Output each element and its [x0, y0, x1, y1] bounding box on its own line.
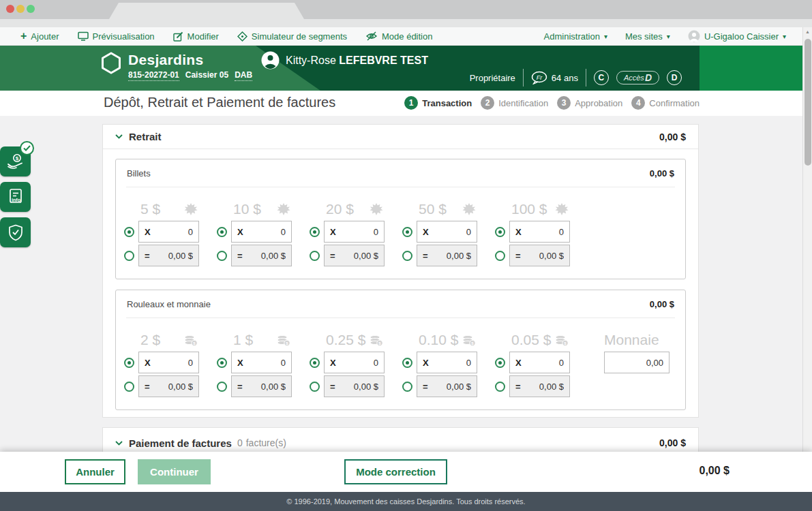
transit-number[interactable]: 815-20272-01 — [128, 70, 179, 81]
qty-input[interactable] — [524, 358, 564, 368]
qty-input[interactable] — [246, 358, 286, 368]
qty-inputbox: X — [324, 352, 385, 373]
denomination-label: 2 $ — [140, 333, 160, 347]
segment-simulator-button[interactable]: Simulateur de segments — [237, 31, 347, 42]
step-number: 4 — [631, 96, 645, 110]
sidebar-security-button[interactable] — [0, 217, 31, 247]
qty-radio[interactable] — [124, 358, 134, 368]
qty-radio[interactable] — [310, 227, 320, 237]
scroll-up-arrow[interactable]: ▲ — [803, 29, 812, 34]
rouleaux-box: Rouleaux et monnaie 0,00 $ 2 $ $ X = — [115, 290, 686, 410]
denom-column-5c: 0.05 $ $ X = — [495, 322, 570, 397]
step-number: 1 — [404, 96, 418, 110]
amt-input[interactable] — [524, 382, 564, 392]
amt-prefix: = — [515, 382, 521, 392]
qty-input[interactable] — [524, 227, 564, 237]
amt-radio[interactable] — [495, 382, 505, 392]
continue-button[interactable]: Continuer — [138, 459, 211, 484]
amt-radio[interactable] — [495, 251, 505, 261]
qty-input[interactable] — [153, 227, 193, 237]
amt-input[interactable] — [431, 251, 471, 261]
amt-radio[interactable] — [310, 251, 320, 261]
client-name: Kitty-Rose LEFEBVRE TEST — [286, 55, 428, 67]
sidebar-info-button[interactable]: info — [0, 182, 31, 212]
maple-leaf-icon — [277, 202, 290, 216]
scrollbar-thumb[interactable] — [805, 39, 811, 166]
qty-radio[interactable] — [495, 227, 505, 237]
amt-input[interactable] — [338, 382, 378, 392]
user-menu[interactable]: U-Gigaloo Caissier ▾ — [688, 30, 786, 42]
edit-mode-button[interactable]: Mode édition — [365, 31, 432, 42]
retrait-header[interactable]: Retrait 0,00 $ — [103, 125, 698, 149]
amt-input[interactable] — [245, 251, 286, 261]
accesd-badge: Accès D — [616, 71, 659, 84]
qty-radio[interactable] — [402, 358, 412, 368]
preview-button[interactable]: Prévisualisation — [78, 31, 155, 42]
qty-radio[interactable] — [217, 358, 227, 368]
administration-menu[interactable]: Administration ▾ — [544, 31, 607, 42]
correction-mode-button[interactable]: Mode correction — [344, 459, 447, 484]
amt-input[interactable] — [431, 382, 471, 392]
close-window-button[interactable] — [6, 5, 14, 13]
amt-prefix: = — [423, 382, 428, 392]
amt-input[interactable] — [338, 251, 378, 261]
add-button[interactable]: + Ajouter — [20, 31, 59, 42]
amt-radio[interactable] — [402, 251, 412, 261]
amt-radio[interactable] — [124, 382, 134, 392]
modify-label: Modifier — [187, 31, 219, 42]
step-label: Confirmation — [649, 98, 700, 108]
modify-button[interactable]: Modifier — [173, 31, 219, 42]
dab-link[interactable]: DAB — [235, 70, 252, 81]
amt-input[interactable] — [245, 382, 286, 392]
paiement-count-suffix: facture(s) — [246, 437, 286, 448]
desjardins-brand: Desjardins 815-20272-01 Caissier 05 DAB — [101, 52, 252, 81]
qty-radio[interactable] — [217, 227, 227, 237]
amt-radio[interactable] — [402, 382, 412, 392]
edit-mode-label: Mode édition — [382, 31, 432, 42]
amt-inputbox: = — [231, 245, 292, 266]
amt-inputbox: = — [138, 375, 199, 397]
denomination-label: 0.10 $ — [419, 333, 458, 347]
scrollbar: ▲ — [802, 27, 812, 452]
coins-icon: $ — [462, 335, 476, 347]
amt-radio[interactable] — [217, 251, 227, 261]
qty-radio[interactable] — [124, 227, 134, 237]
paiement-header[interactable]: Paiement de factures 0 facture(s) 0,00 $ — [103, 428, 698, 452]
amt-input[interactable] — [524, 251, 564, 261]
segment-simulator-label: Simulateur de segments — [252, 31, 347, 42]
chevron-down-icon — [115, 441, 123, 446]
administration-label: Administration — [544, 31, 600, 42]
qty-input[interactable] — [432, 358, 471, 368]
amt-radio[interactable] — [310, 382, 320, 392]
zoom-window-button[interactable] — [27, 5, 35, 13]
monnaie-input[interactable] — [610, 358, 663, 368]
cancel-button[interactable]: Annuler — [65, 459, 125, 484]
qty-prefix: X — [515, 358, 522, 368]
amt-inputbox: = — [324, 245, 385, 266]
amt-radio[interactable] — [217, 382, 227, 392]
qty-input[interactable] — [246, 227, 286, 237]
qty-radio[interactable] — [495, 358, 505, 368]
my-sites-menu[interactable]: Mes sites ▾ — [625, 31, 670, 42]
billets-columns: 5 $ X = 10 $ — [116, 187, 685, 279]
check-icon — [23, 145, 31, 151]
amt-radio[interactable] — [124, 251, 134, 261]
amt-input[interactable] — [153, 382, 193, 392]
qty-input[interactable] — [339, 227, 378, 237]
qty-radio[interactable] — [310, 358, 320, 368]
svg-text:Fr: Fr — [537, 74, 543, 81]
coins-icon: $ — [370, 335, 383, 347]
qty-input[interactable] — [339, 358, 378, 368]
amt-prefix: = — [145, 251, 150, 261]
qty-input[interactable] — [153, 358, 193, 368]
step-approbation: 3 Approbation — [557, 96, 622, 110]
retrait-panel: Retrait 0,00 $ Billets 0,00 $ 5 $ — [102, 124, 699, 418]
screen: + Ajouter Prévisualisation Modifier — [0, 0, 812, 511]
qty-inputbox: X — [138, 352, 199, 373]
qty-input[interactable] — [432, 227, 471, 237]
browser-tab[interactable] — [109, 3, 304, 19]
minimize-window-button[interactable] — [16, 5, 25, 13]
client-last-name: LEFEBVRE TEST — [339, 55, 428, 66]
qty-radio[interactable] — [402, 227, 412, 237]
amt-input[interactable] — [153, 251, 193, 261]
